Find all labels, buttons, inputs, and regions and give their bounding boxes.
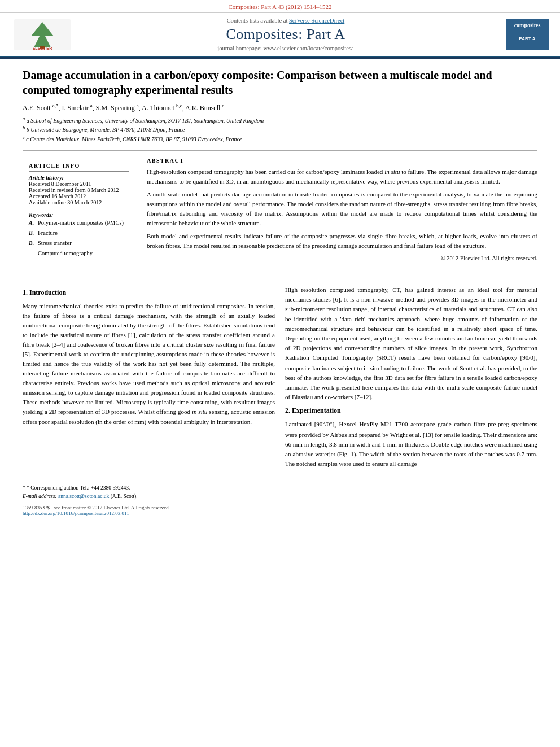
footer-bottom: 1359-835X/$ - see front matter © 2012 El…: [23, 505, 537, 516]
svg-text:ELSEVIER: ELSEVIER: [33, 46, 53, 50]
article-info-title: ARTICLE INFO: [29, 163, 129, 169]
body-section: 1. Introduction Many micromechanical the…: [0, 285, 560, 472]
elsevier-logo: ELSEVIER: [14, 19, 71, 50]
badge-text: composites: [510, 21, 544, 29]
abstract-para-1: High-resolution computed tomography has …: [147, 167, 537, 186]
keyword-2: B.Fracture: [29, 228, 129, 238]
body-divider: [23, 277, 537, 277]
right-col-ct-text: High resolution computed tomography, CT,…: [285, 285, 537, 402]
accepted-date: Accepted 16 March 2012: [29, 193, 129, 199]
footer-issn: 1359-835X/$ - see front matter © 2012 El…: [23, 505, 170, 516]
article-info-box: ARTICLE INFO Article history: Received 8…: [23, 158, 135, 263]
revised-date: Received in revised form 8 March 2012: [29, 187, 129, 193]
intro-para-1: Many micromechanical theories exist to p…: [23, 302, 275, 427]
journal-ref: Composites: Part A 43 (2012) 1514–1522: [228, 3, 331, 10]
intro-heading: 1. Introduction: [23, 287, 275, 298]
journal-header-center: Contents lists available at SciVerse Sci…: [73, 18, 498, 51]
experimentation-heading: 2. Experimentation: [285, 405, 537, 416]
footnote: * * Corresponding author. Tel.: +44 2380…: [23, 484, 537, 500]
copyright-line: © 2012 Elsevier Ltd. All rights reserved…: [147, 254, 537, 263]
issn-text: 1359-835X/$ - see front matter © 2012 El…: [23, 505, 170, 510]
journal-header-right: composites PART A: [498, 19, 549, 50]
email-label: E-mail address:: [23, 493, 58, 499]
keyword-1: A.Polymer-matrix composites (PMCs): [29, 218, 129, 228]
authors-line: A.E. Scott a,*, I. Sinclair a, S.M. Spea…: [23, 103, 537, 112]
intro-body: Many micromechanical theories exist to p…: [23, 302, 275, 427]
top-bar: Composites: Part A 43 (2012) 1514–1522: [0, 0, 560, 13]
abstract-para-2: A multi-scale model that predicts damage…: [147, 190, 537, 228]
ct-para: High resolution computed tomography, CT,…: [285, 285, 537, 402]
keyword-3: B.Stress transfer: [29, 238, 129, 248]
body-right-col: High resolution computed tomography, CT,…: [285, 285, 537, 472]
sciverse-line: Contents lists available at SciVerse Sci…: [73, 18, 498, 24]
abstract-para-3: Both model and experimental results indi…: [147, 231, 537, 251]
sciverse-link[interactable]: SciVerse ScienceDirect: [289, 18, 344, 24]
exp-para-1: Laminated [90°/0°]s Hexcel HexPly M21 T7…: [285, 420, 537, 469]
footer: * * Corresponding author. Tel.: +44 2380…: [0, 478, 560, 519]
article-section: Damage accumulation in a carbon/epoxy co…: [0, 68, 560, 277]
badge-logo-icon: PART A: [510, 29, 544, 46]
svg-text:PART A: PART A: [519, 36, 536, 41]
composites-badge: composites PART A: [506, 19, 549, 50]
keywords-label: Keywords:: [29, 212, 129, 218]
received-date: Received 8 December 2011: [29, 181, 129, 187]
experimentation-body: Laminated [90°/0°]s Hexcel HexPly M21 T7…: [285, 420, 537, 469]
abstract-column: ABSTRACT High-resolution computed tomogr…: [147, 158, 537, 270]
info-abstract-section: ARTICLE INFO Article history: Received 8…: [23, 158, 537, 270]
article-title: Damage accumulation in a carbon/epoxy co…: [23, 68, 537, 97]
email-link[interactable]: anna.scott@soton.ac.uk: [58, 493, 109, 499]
online-date: Available online 30 March 2012: [29, 199, 129, 206]
affiliations: a a School of Engineering Sciences, Univ…: [23, 116, 537, 143]
keyword-4: Computed tomography: [29, 248, 129, 259]
abstract-title: ABSTRACT: [147, 158, 537, 164]
affiliation-b: b b Université de Bourgogne, Mirande, BP…: [23, 125, 537, 134]
affiliation-a: a a School of Engineering Sciences, Univ…: [23, 116, 537, 125]
article-info-column: ARTICLE INFO Article history: Received 8…: [23, 158, 135, 270]
doi-text[interactable]: http://dx.doi.org/10.1016/j.compositesa.…: [23, 510, 170, 516]
thick-divider: [0, 57, 560, 59]
body-left-col: 1. Introduction Many micromechanical the…: [23, 285, 275, 472]
section-divider: [23, 150, 537, 151]
journal-header-left: ELSEVIER: [11, 19, 73, 50]
affiliation-c: c c Centre des Matériaux, Mines ParisTec…: [23, 134, 537, 143]
journal-header: ELSEVIER Contents lists available at Sci…: [0, 13, 560, 57]
history-label: Article history:: [29, 174, 129, 181]
journal-homepage: journal homepage: www.elsevier.com/locat…: [73, 45, 498, 51]
journal-title: Composites: Part A: [73, 26, 498, 43]
abstract-text: High-resolution computed tomography has …: [147, 167, 537, 264]
keywords-list: A.Polymer-matrix composites (PMCs) B.Fra…: [29, 218, 129, 258]
